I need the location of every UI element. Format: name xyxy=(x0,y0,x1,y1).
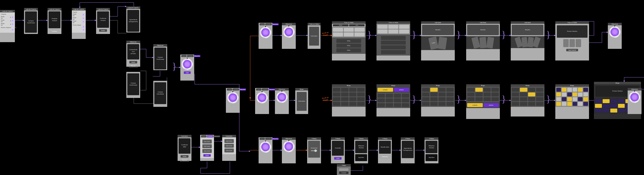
aguardando: Loja de Cupons Aguardando carregamento xyxy=(126,7,140,33)
tmap-ativada2: T-Maps Máquina Ativada AppView xyxy=(424,137,438,163)
tmap-submenu[interactable]: T-Maps Comprar xyxy=(337,164,351,175)
bingo-board2[interactable]: Bingo sorteado próximo xyxy=(376,84,410,116)
maquinas-wheel[interactable]: Máquinas xyxy=(282,23,296,49)
inventory-list[interactable]: CuponsInventárioMáquinas Item nome Item … xyxy=(200,135,214,161)
instrucoes: Tudo ou Nada Instruções xyxy=(308,23,320,49)
ton-baralho1[interactable]: Call Deck Baralho Carta xyxy=(421,21,455,61)
jogar-especial-button[interactable]: Jogar especial xyxy=(566,49,578,51)
inventory-list2[interactable]: Inventario Item nome Item nome Item nome xyxy=(222,135,236,161)
ton-result[interactable]: Tudo ou Nada Pontos Ganhos Jogar especia… xyxy=(555,21,589,61)
maquinas-wheel[interactable]: CuponsInventárioMáquinas xyxy=(258,137,272,163)
fortune-wheel[interactable] xyxy=(182,59,193,70)
tmap-ativada: T-Maps Máquina Ativada AppView xyxy=(354,137,368,163)
maquinas-wheel[interactable]: Máquinas xyxy=(608,23,622,49)
bingo-board4[interactable]: Bingo sorteado próximo xyxy=(466,84,500,119)
bingo-instr: Bingo Instruções xyxy=(295,88,308,114)
store-row[interactable]: Power Up$+ xyxy=(1,23,14,26)
compra-confirmada3: Compra Confirmada xyxy=(126,72,140,98)
bingo-board5[interactable]: Bingo xyxy=(511,84,544,116)
bingo-board6[interactable]: Bingo xyxy=(555,84,589,119)
section: Promo Cupons xyxy=(1,27,14,29)
maquinas-wheel[interactable]: CuponsInventárioMáquinas Jogar xyxy=(180,55,194,81)
confirmar-acao[interactable]: Inventario Confirmar ação Aceitar Recusa… xyxy=(178,135,192,161)
section: Cupons xyxy=(1,13,14,15)
store-row[interactable]: Power Up$+ xyxy=(1,19,14,22)
card[interactable]: Carta xyxy=(428,37,438,50)
ton-baralho3[interactable]: Call Deck Baralho xyxy=(511,21,544,61)
store-cupons-list[interactable]: Loja de Cupons Cupons Power Up$+ Power U… xyxy=(0,10,15,42)
compra-confirmada: Loja de Cupons Compra Confirmada xyxy=(24,8,38,34)
jogar-button[interactable]: Jogar xyxy=(184,71,191,74)
tmap-aguardando: T-Maps Aguardando Carregamento xyxy=(401,137,415,163)
aceitar-button[interactable]: Aceitar xyxy=(129,61,137,63)
maquinas-wheel[interactable]: CuponsInventárioMáquinas xyxy=(226,88,240,113)
store-row[interactable]: Power Up$+ xyxy=(1,16,14,19)
ton-board-levels[interactable]: Tudo ou Nada xyxy=(376,21,410,61)
compra-cancelada: Compra Cancelada xyxy=(153,81,167,107)
tmap-sessao[interactable]: T-Maps Sessão ativa Sorteando xyxy=(378,137,392,163)
ton-board-start[interactable]: Tudo ou Nada NÍVELADD NÍVEL NÍVEL NÍVEL xyxy=(332,21,366,61)
usar-button[interactable]: USAR xyxy=(203,154,211,157)
card[interactable] xyxy=(438,37,447,50)
maquinas-wheel[interactable]: Máquinas xyxy=(282,137,296,163)
maquinas-wheel[interactable]: Máquinas xyxy=(628,88,642,114)
scroll-label: Scroll up Player xyxy=(322,96,329,102)
recusar-button[interactable]: Recusar xyxy=(180,159,189,162)
comprar-button[interactable]: Comprar xyxy=(50,30,59,33)
maquinas-wheel[interactable]: Máquinas xyxy=(275,88,289,114)
compra-confirmada2: Máquinas Compra Confirmada xyxy=(153,44,167,70)
confirmar-compra[interactable]: Loja de Cupons Confirmar compra Aceitar xyxy=(96,8,110,34)
ton-baralho2[interactable]: Call Deck Baralho xyxy=(466,21,500,61)
bingo-board3[interactable]: Bingo xyxy=(421,84,455,116)
maquinas-wheel[interactable]: CuponsInventárioMáquinas xyxy=(255,88,269,114)
plus-icon[interactable]: + xyxy=(12,16,14,19)
aceitar-button[interactable]: Aceitar xyxy=(99,29,107,32)
maquinas-wheel[interactable]: CuponsInventárioMáquinas xyxy=(258,23,272,49)
bingo-board1[interactable]: Bingo xyxy=(332,84,366,116)
conectando[interactable]: Máquinas Conectando com servidor Aceitar… xyxy=(126,41,140,67)
scroll-label: Scroll up Player xyxy=(322,31,329,37)
title: Loja de Cupons xyxy=(0,10,15,13)
tmap-sorteando: T-Maps Sorteando xyxy=(307,137,321,163)
recusar-button[interactable]: Recusar xyxy=(129,64,138,67)
tmap-conexao[interactable]: T-Maps Conexão USAR xyxy=(331,137,345,163)
finalizar-compra[interactable]: Loja de Cupons Finalizar compra Comprar xyxy=(48,8,62,34)
store-cupons-list[interactable]: Loja de Cupons Cupons Power Up+ Power Up… xyxy=(72,8,86,39)
aceitar-button[interactable]: Aceitar xyxy=(180,155,188,158)
